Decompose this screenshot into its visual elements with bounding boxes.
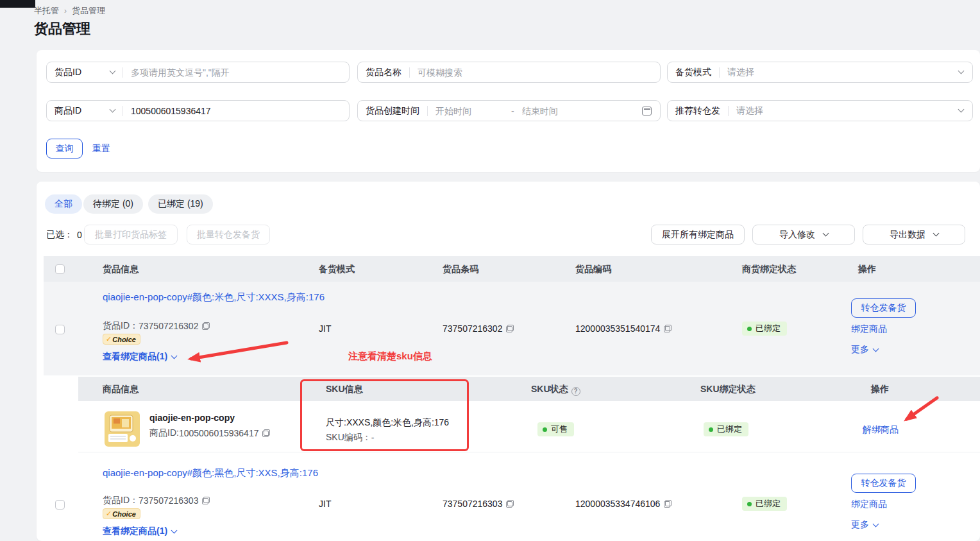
breadcrumb-separator-icon: ›: [64, 6, 67, 15]
item-id-field-select[interactable]: 货品ID: [47, 62, 122, 82]
item-id-line: 货品ID： 737507216303: [103, 495, 210, 506]
item-title-link[interactable]: qiaojie-en-pop-copy#颜色:米色,尺寸:XXXS,身高:176: [103, 290, 359, 304]
filter-recommend-transfer[interactable]: 推荐转仓发 请选择: [667, 100, 973, 121]
filter-item-id: 货品ID: [46, 62, 350, 83]
product-name: qiaojie-en-pop-copy: [149, 413, 235, 423]
transfer-stock-button[interactable]: 转仓发备货: [851, 298, 916, 318]
choice-badge: Choice: [103, 334, 140, 345]
chevron-down-icon: [171, 352, 178, 359]
subcolumn-header-sku-bind: SKU绑定状态: [700, 384, 756, 395]
create-time-label: 货品创建时间: [358, 105, 427, 117]
view-bound-products-link[interactable]: 查看绑定商品(1): [103, 526, 176, 537]
chevron-down-icon: [110, 107, 116, 113]
copy-icon[interactable]: [506, 325, 514, 332]
column-header-bind-status: 商货绑定状态: [742, 264, 796, 275]
copy-icon[interactable]: [262, 429, 270, 437]
batch-transfer-button: 批量转仓发备货: [187, 225, 270, 245]
copy-icon[interactable]: [202, 322, 210, 330]
row-checkbox[interactable]: [55, 325, 65, 334]
start-time-input[interactable]: [428, 106, 511, 116]
column-header-actions: 操作: [858, 264, 876, 275]
reset-button[interactable]: 重置: [92, 143, 110, 155]
select-all-checkbox[interactable]: [55, 264, 65, 274]
copy-icon[interactable]: [506, 500, 514, 508]
code-value: 12000035351540174: [575, 323, 660, 334]
transfer-stock-button[interactable]: 转仓发备货: [851, 474, 916, 493]
chevron-down-icon: [958, 107, 965, 113]
product-id-line: 商品ID: 1005006015936417: [149, 427, 270, 439]
expand-all-bound-button[interactable]: 展开所有绑定商品: [651, 225, 745, 245]
product-management-page: 半托管 › 货品管理 货品管理 货品ID 货品名称 备货模式 请选择 商品ID …: [0, 0, 980, 541]
chevron-down-icon: [171, 527, 178, 533]
chevron-down-icon: [873, 345, 879, 352]
chevron-down-icon: [110, 68, 116, 74]
product-id-label: 商品ID: [55, 105, 81, 117]
more-label: 更多: [851, 344, 869, 356]
view-bound-products-link[interactable]: 查看绑定商品(1): [103, 351, 176, 363]
stock-mode-value: 请选择: [720, 67, 959, 78]
calendar-icon[interactable]: [642, 107, 652, 116]
product-id-field-select[interactable]: 商品ID: [47, 101, 122, 121]
filter-stock-mode[interactable]: 备货模式 请选择: [667, 62, 973, 83]
end-time-input[interactable]: [514, 106, 598, 116]
copy-icon[interactable]: [664, 500, 672, 508]
copy-icon[interactable]: [664, 325, 672, 332]
view-bound-products-label: 查看绑定商品(1): [103, 526, 167, 537]
bind-product-link[interactable]: 绑定商品: [851, 499, 887, 510]
breadcrumb: 半托管 › 货品管理: [34, 5, 105, 17]
tab-bound[interactable]: 已绑定 (19): [148, 194, 213, 214]
bind-status-badge: 已绑定: [742, 322, 787, 336]
copy-icon[interactable]: [202, 497, 210, 504]
top-left-dark-strip: [0, 0, 35, 8]
sku-code-line: SKU编码： -: [326, 432, 374, 443]
annotation-note: 注意看清楚sku信息: [348, 350, 432, 363]
choice-badge-label: Choice: [112, 510, 136, 518]
export-data-button[interactable]: 导出数据: [863, 225, 965, 245]
code-cell: 12000035334746106: [575, 499, 672, 509]
sku-code-value: -: [371, 433, 375, 443]
help-circle-icon[interactable]: [571, 387, 580, 396]
sku-spec: 尺寸:XXXS,颜色:米色,身高:176: [326, 417, 449, 429]
mode-cell: JIT: [319, 323, 331, 334]
item-id-value: 737507216303: [139, 495, 198, 506]
sku-status-badge: 可售: [537, 422, 574, 436]
column-header-code: 货品编码: [575, 264, 611, 275]
chevron-down-icon: [958, 68, 965, 74]
item-id-input[interactable]: [123, 67, 349, 78]
import-edit-button[interactable]: 导入修改: [752, 225, 855, 245]
row-checkbox[interactable]: [55, 500, 65, 510]
filter-create-time: 货品创建时间 -: [357, 100, 661, 121]
item-title-link[interactable]: qiaojie-en-pop-copy#颜色:黑色,尺寸:XXS,身高:176: [103, 466, 359, 480]
bind-product-link[interactable]: 绑定商品: [851, 323, 887, 335]
recommend-transfer-label: 推荐转仓发: [668, 105, 728, 117]
item-id-label: 货品ID：: [103, 495, 139, 506]
selected-label: 已选：: [46, 229, 73, 241]
more-actions-link[interactable]: 更多: [851, 344, 878, 356]
tab-all[interactable]: 全部: [45, 194, 82, 214]
choice-badge-label: Choice: [112, 336, 136, 343]
bind-status-badge: 已绑定: [742, 497, 787, 511]
more-label: 更多: [851, 519, 869, 531]
barcode-value: 737507216303: [443, 499, 502, 509]
search-button[interactable]: 查询: [46, 139, 83, 159]
item-name-input[interactable]: [410, 67, 660, 78]
selected-count-row: 已选： 0: [46, 229, 82, 241]
import-edit-label: 导入修改: [779, 229, 815, 241]
subtable-row: [78, 401, 980, 452]
selected-count: 0: [77, 230, 82, 240]
more-actions-link[interactable]: 更多: [851, 519, 878, 531]
code-value: 12000035334746106: [575, 499, 660, 509]
tab-pending-bind[interactable]: 待绑定 (0): [83, 194, 143, 214]
item-name-label: 货品名称: [358, 67, 409, 78]
sku-bind-status-badge: 已绑定: [704, 422, 748, 436]
product-id-input[interactable]: [123, 106, 349, 116]
chevron-down-icon: [933, 230, 940, 237]
subcolumn-header-product: 商品信息: [103, 384, 139, 395]
unbind-product-link[interactable]: 解绑商品: [863, 424, 899, 436]
breadcrumb-current: 货品管理: [72, 5, 105, 17]
breadcrumb-root[interactable]: 半托管: [34, 5, 59, 17]
subcolumn-header-actions: 操作: [871, 384, 889, 395]
item-id-label: 货品ID：: [103, 320, 139, 332]
check-icon: [106, 510, 112, 518]
product-id-label: 商品ID:: [149, 427, 179, 439]
